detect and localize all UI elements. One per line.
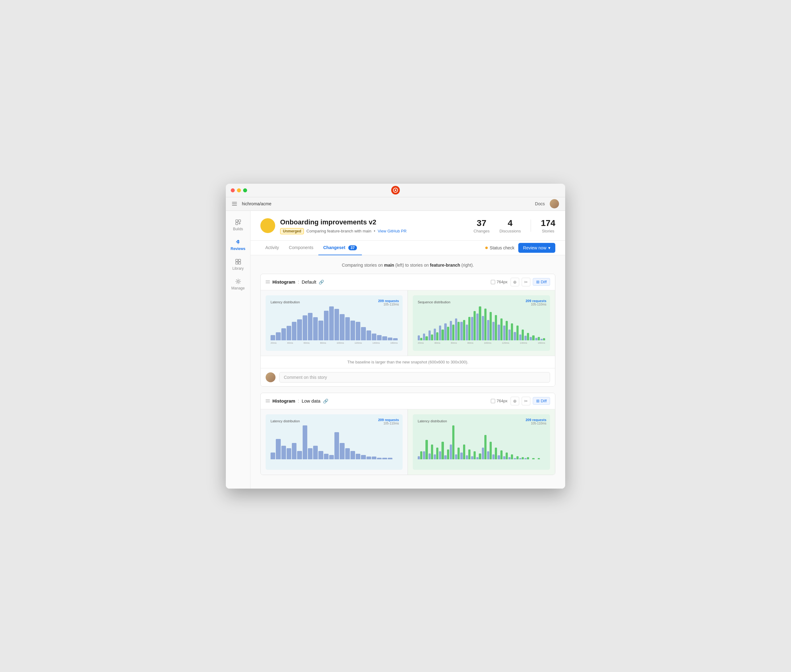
pr-stats: 37 Changes 4 Discussions 174 Stories	[473, 218, 555, 234]
main-branch: main	[384, 262, 394, 267]
story1-left-chart: Latency distribution 209 requests 105-11…	[266, 295, 403, 351]
maximize-button[interactable]	[243, 188, 247, 192]
chevron-down-icon: ▾	[548, 245, 550, 250]
topbar: hichroma/acme Docs	[226, 197, 565, 211]
svg-rect-0	[236, 220, 238, 222]
docs-link[interactable]: Docs	[535, 201, 545, 206]
link-icon[interactable]: 🔗	[319, 280, 324, 285]
sidebar-item-builds[interactable]: Builds	[227, 216, 249, 234]
diff-icon: ⊞	[536, 280, 539, 284]
story2-left-chart: Latency distribution 209 requests 105-11…	[266, 414, 403, 470]
diff-icon-2: ⊞	[536, 398, 539, 403]
titlebar	[226, 184, 565, 197]
viewport-icon	[491, 280, 495, 284]
reviews-icon	[235, 238, 242, 245]
story1-left-panel: Latency distribution 209 requests 105-11…	[261, 290, 408, 356]
changeset-content: Comparing stories on main (left) to stor…	[250, 255, 565, 489]
pr-info: Onboarding improvements v2 Unmerged Comp…	[280, 218, 469, 234]
github-pr-link[interactable]: View GitHub PR	[378, 229, 407, 234]
chromatic-icon	[391, 186, 400, 195]
feature-branch: feature-branch	[430, 262, 460, 267]
story1-right-chart-legend: 209 requests 105-110ms	[526, 299, 546, 306]
pr-meta-text: Comparing feature-branch with main	[306, 229, 371, 234]
story1-panels: Latency distribution 209 requests 105-11…	[261, 290, 555, 356]
story1-right-bars	[418, 306, 545, 340]
story1-right-panel: Sequence distribution 209 requests 105-1…	[408, 290, 555, 356]
story1-comment-area: Comment on this story	[261, 368, 555, 386]
story1-right-chart: Sequence distribution 209 requests 105-1…	[413, 295, 550, 351]
sidebar-item-library[interactable]: Library	[227, 255, 249, 274]
story1-separator: :	[298, 279, 299, 285]
manage-label: Manage	[231, 286, 245, 290]
diff-button-2[interactable]: ⊞ Diff	[533, 397, 550, 405]
hamburger-menu[interactable]	[232, 202, 237, 206]
stories-num: 174	[541, 218, 555, 228]
traffic-lights	[231, 188, 247, 192]
scissors-icon-btn-2[interactable]: ✂	[521, 397, 530, 405]
changes-stat: 37 Changes	[473, 218, 489, 234]
story2-right-panel: Latency distribution 209 requests 105-11…	[408, 410, 555, 475]
story2-left-panel: Latency distribution 209 requests 105-11…	[261, 410, 408, 475]
story2-viewport-label: 764px	[497, 398, 507, 403]
story2-left-legend-title: 209 requests	[378, 418, 399, 422]
sidebar: Builds Reviews	[226, 211, 250, 489]
story2-panels: Latency distribution 209 requests 105-11…	[261, 410, 555, 475]
pr-title: Onboarding improvements v2	[280, 218, 469, 226]
tab-activity[interactable]: Activity	[260, 241, 284, 255]
link-icon-2[interactable]: 🔗	[323, 398, 328, 403]
manage-icon	[235, 278, 242, 285]
library-label: Library	[232, 266, 244, 270]
story2-viewport: 764px	[491, 398, 507, 403]
story1-actions: ⊕ ✂ ⊞ Diff	[510, 278, 550, 286]
story2-right-chart: Latency distribution 209 requests 105-11…	[413, 414, 550, 470]
story2-right-legend-title: 209 requests	[526, 418, 546, 422]
story1-right-legend-sub: 105-110ms	[526, 303, 546, 306]
svg-rect-4	[239, 259, 241, 261]
stories-label: Stories	[541, 229, 555, 234]
story2-drag-handle	[266, 400, 270, 402]
tab-components[interactable]: Components	[284, 241, 318, 255]
pr-header: Onboarding improvements v2 Unmerged Comp…	[250, 211, 565, 241]
story1-drag-handle	[266, 280, 270, 283]
chromatic-icon-inner	[393, 188, 398, 193]
builds-icon	[235, 219, 242, 226]
story1-right-xaxis: 20ms40ms60ms80ms100ms120ms140ms160ms	[418, 342, 545, 344]
globe-icon-btn-2[interactable]: ⊕	[510, 397, 519, 405]
comment-input-1[interactable]: Comment on this story	[279, 372, 550, 382]
diff-button-1[interactable]: ⊞ Diff	[533, 278, 550, 286]
compare-note: Comparing stories on main (left) to stor…	[260, 262, 555, 267]
changeset-badge: 37	[348, 245, 357, 250]
sidebar-item-manage[interactable]: Manage	[227, 275, 249, 293]
story1-name: Histogram	[273, 279, 295, 285]
sidebar-item-reviews[interactable]: Reviews	[227, 235, 249, 254]
stories-stat: 174 Stories	[541, 218, 555, 234]
svg-rect-6	[239, 262, 241, 264]
unmerged-badge: Unmerged	[280, 228, 304, 234]
app-logo	[391, 186, 400, 195]
story1-header-left: Histogram : Default 🔗	[266, 279, 488, 285]
scissors-icon-btn[interactable]: ✂	[521, 278, 530, 286]
svg-rect-3	[236, 259, 238, 261]
review-now-button[interactable]: Review now ▾	[518, 243, 555, 253]
topbar-right: Docs	[535, 199, 559, 208]
pr-meta-dot: •	[374, 229, 375, 234]
close-button[interactable]	[231, 188, 235, 192]
story1-left-bars	[271, 306, 398, 340]
tabs-right: Status check Review now ▾	[485, 243, 555, 253]
minimize-button[interactable]	[237, 188, 241, 192]
globe-icon-btn[interactable]: ⊕	[510, 278, 519, 286]
status-check-label: Status check	[489, 245, 514, 250]
story2-left-chart-legend: 209 requests 105-110ms	[378, 418, 399, 425]
viewport-icon-2	[491, 399, 495, 403]
user-avatar[interactable]	[550, 199, 559, 208]
library-icon	[235, 258, 242, 265]
tab-changeset[interactable]: Changeset 37	[318, 241, 362, 255]
status-dot	[485, 246, 488, 249]
changes-label: Changes	[473, 229, 489, 234]
pr-avatar	[260, 218, 275, 233]
story1-left-legend-title: 209 requests	[378, 299, 399, 303]
story2-header: Histogram : Low data 🔗 764px ⊕	[261, 393, 555, 410]
pr-meta: Unmerged Comparing feature-branch with m…	[280, 228, 469, 234]
story1-variant: Default	[302, 279, 316, 285]
discussions-num: 4	[499, 218, 521, 228]
